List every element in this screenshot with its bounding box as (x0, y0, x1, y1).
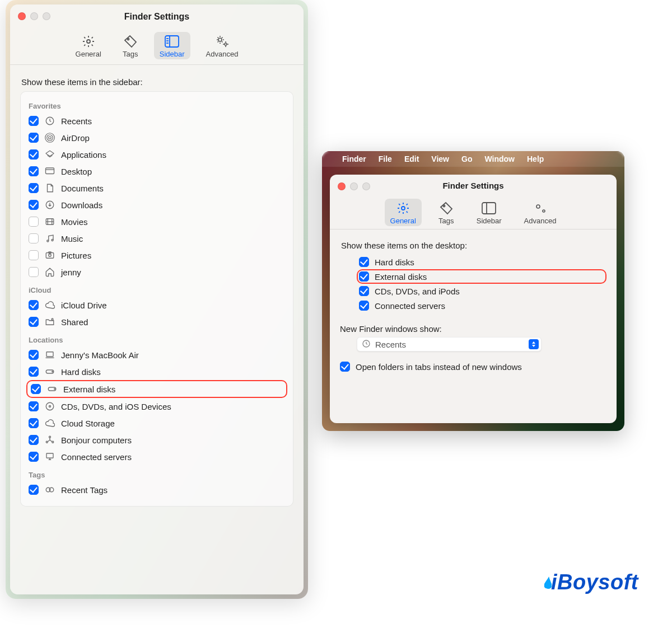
checkbox[interactable] (29, 149, 39, 160)
checkbox[interactable] (29, 116, 39, 126)
item-label: iCloud Drive (61, 301, 107, 310)
minimize-icon[interactable] (350, 182, 358, 190)
svg-point-39 (402, 207, 405, 210)
checkbox[interactable] (31, 384, 41, 394)
clock-icon (44, 115, 55, 126)
select-value: Recents (375, 340, 406, 349)
list-item[interactable]: Music (26, 230, 287, 247)
tab-label: Advanced (206, 50, 239, 58)
tab-advanced[interactable]: Advanced (200, 32, 244, 59)
menu-window[interactable]: Window (484, 154, 515, 163)
new-finder-windows-select[interactable]: Recents (357, 337, 542, 352)
tab-tags[interactable]: Tags (117, 32, 144, 59)
checkbox[interactable] (29, 350, 39, 360)
menu-edit[interactable]: Edit (404, 154, 419, 163)
desktop-icon (44, 166, 55, 177)
item-label: CDs, DVDs, and iOS Devices (61, 402, 171, 411)
list-item[interactable]: Pictures (26, 247, 287, 264)
list-item[interactable]: Cloud Storage (26, 415, 287, 432)
checkbox[interactable] (29, 401, 39, 411)
list-item[interactable]: Hard disks (26, 363, 287, 380)
tag-icon (123, 34, 138, 49)
list-item[interactable]: Recent Tags (26, 481, 287, 498)
close-icon[interactable] (18, 12, 26, 20)
window-title: Finder Settings (442, 181, 503, 190)
window-controls[interactable] (338, 182, 370, 190)
checkbox[interactable] (29, 166, 39, 176)
checkbox-open-in-tabs[interactable] (340, 362, 350, 372)
item-label: Applications (61, 150, 106, 160)
menu-file[interactable]: File (379, 154, 392, 163)
tab-sidebar[interactable]: Sidebar (154, 32, 190, 59)
tab-sidebar[interactable]: Sidebar (471, 199, 507, 226)
right-screenshot: Finder File Edit View Go Window Help Fin… (322, 151, 624, 431)
item-label: Downloads (61, 200, 102, 210)
list-item[interactable]: Shared (26, 313, 287, 330)
list-item[interactable]: Hard disks (357, 255, 606, 269)
checkbox[interactable] (359, 301, 369, 311)
list-item[interactable]: Connected servers (357, 298, 606, 313)
checkbox[interactable] (29, 317, 39, 327)
list-item[interactable]: jenny (26, 264, 287, 280)
checkbox[interactable] (29, 267, 39, 277)
checkbox[interactable] (359, 257, 369, 267)
svg-point-32 (49, 406, 51, 407)
list-item[interactable]: Bonjour computers (26, 432, 287, 448)
list-item[interactable]: External disks (357, 269, 606, 284)
general-settings-content: Show these items on the desktop: Hard di… (330, 229, 617, 382)
window-titlebar: Finder Settings (330, 175, 617, 196)
list-item[interactable]: Downloads (26, 196, 287, 213)
svg-point-30 (54, 388, 55, 390)
close-icon[interactable] (338, 182, 346, 190)
list-item[interactable]: CDs, DVDs, and iPods (357, 284, 606, 298)
tab-advanced[interactable]: Advanced (519, 199, 562, 226)
tab-general[interactable]: General (70, 32, 107, 59)
item-label: Jenny's MacBook Air (61, 350, 139, 360)
menu-go[interactable]: Go (461, 154, 472, 163)
window-controls[interactable] (18, 12, 50, 20)
group-locations: Locations (29, 336, 285, 344)
checkbox[interactable] (29, 200, 39, 210)
list-item[interactable]: Documents (26, 180, 287, 196)
svg-point-34 (46, 441, 48, 443)
list-item[interactable]: Connected servers (26, 448, 287, 465)
checkbox[interactable] (29, 133, 39, 143)
checkbox[interactable] (29, 367, 39, 377)
minimize-icon[interactable] (30, 12, 38, 20)
svg-rect-2 (165, 36, 179, 47)
list-item[interactable]: AirDrop (26, 129, 287, 146)
list-item[interactable]: Recents (26, 113, 287, 129)
list-item[interactable]: Desktop (26, 163, 287, 180)
list-item[interactable]: CDs, DVDs, and iOS Devices (26, 398, 287, 415)
checkbox[interactable] (29, 300, 39, 310)
checkbox[interactable] (29, 183, 39, 193)
zoom-icon[interactable] (362, 182, 370, 190)
checkbox[interactable] (29, 418, 39, 428)
checkbox[interactable] (29, 250, 39, 260)
tab-general[interactable]: General (385, 199, 422, 226)
checkbox[interactable] (359, 271, 369, 282)
checkbox[interactable] (29, 435, 39, 445)
list-item[interactable]: iCloud Drive (26, 297, 287, 313)
zoom-icon[interactable] (43, 12, 50, 20)
menu-finder[interactable]: Finder (342, 154, 366, 163)
list-item[interactable]: Jenny's MacBook Air (26, 346, 287, 363)
svg-rect-13 (46, 168, 54, 174)
settings-tabs: General Tags Sidebar Advanced (10, 29, 304, 65)
checkbox[interactable] (29, 217, 39, 227)
item-label: Documents (61, 184, 104, 193)
item-label: Bonjour computers (61, 435, 132, 445)
menu-help[interactable]: Help (527, 154, 544, 163)
list-item[interactable]: External disks (26, 380, 287, 398)
checkbox[interactable] (29, 233, 39, 243)
tab-tags[interactable]: Tags (433, 199, 460, 226)
checkbox[interactable] (359, 286, 369, 296)
svg-point-20 (47, 240, 49, 242)
checkbox[interactable] (29, 452, 39, 462)
server-icon (44, 451, 55, 462)
menu-view[interactable]: View (431, 154, 449, 163)
list-item[interactable]: Movies (26, 213, 287, 230)
list-item[interactable]: Applications (26, 146, 287, 163)
svg-rect-22 (46, 253, 54, 259)
checkbox[interactable] (29, 485, 39, 495)
